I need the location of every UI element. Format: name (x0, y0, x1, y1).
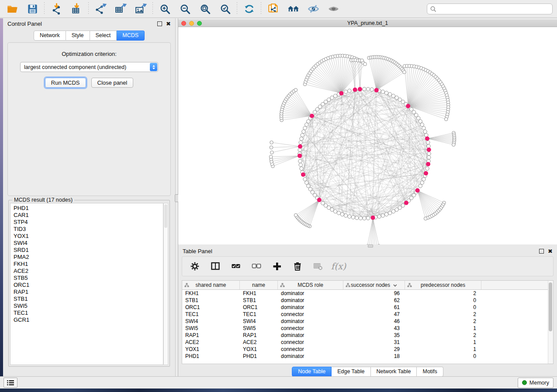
mcds-result-item[interactable]: FKH1 (14, 261, 163, 268)
mcds-network-node[interactable] (415, 188, 420, 193)
close-table-panel-icon[interactable]: ✖ (548, 249, 553, 253)
save-button[interactable] (24, 2, 40, 16)
search-input[interactable] (438, 5, 549, 12)
mcds-list-scrollbar[interactable] (163, 203, 168, 365)
table-row[interactable]: RAP1RAP1dominator352 (182, 332, 553, 339)
table-row[interactable]: SWI5SWI5connector431 (182, 325, 553, 332)
mcds-network-node[interactable] (358, 87, 362, 91)
task-history-button[interactable] (3, 378, 17, 388)
import-table-button[interactable] (69, 2, 84, 16)
mcds-result-item[interactable]: PMA2 (14, 254, 163, 261)
mcds-result-item[interactable]: SRD1 (14, 247, 163, 254)
mcds-result-item[interactable]: SWI5 (14, 303, 163, 309)
close-panel-button[interactable]: Close panel (91, 78, 134, 88)
mcds-result-item[interactable]: YOX1 (14, 233, 163, 240)
tab-select[interactable]: Select (90, 31, 117, 41)
show-graphics-button[interactable] (325, 2, 341, 16)
deselect-all-button[interactable] (250, 260, 263, 273)
gear-button[interactable] (188, 260, 201, 273)
refresh-button[interactable] (241, 2, 257, 16)
table-row[interactable]: PHD1PHD1dominator180 (182, 353, 553, 360)
run-mcds-button[interactable]: Run MCDS (45, 78, 86, 88)
mcds-network-node[interactable] (298, 144, 302, 149)
cell-shared-name: SWI5 (182, 325, 240, 331)
export-table-button[interactable] (113, 2, 128, 16)
mcds-result-item[interactable]: TID3 (14, 226, 163, 233)
hide-graphics-button[interactable] (305, 2, 321, 16)
mcds-result-item[interactable]: STP4 (14, 219, 163, 226)
trash-button[interactable] (291, 260, 304, 273)
mcds-result-item[interactable]: TEC1 (14, 309, 163, 316)
mcds-result-item[interactable]: RAP1 (14, 289, 163, 296)
table-row[interactable]: ACE2ACE2connector311 (182, 339, 553, 346)
column-header-shared-name[interactable]: shared name (182, 281, 240, 289)
export-image-button[interactable] (133, 2, 149, 16)
mcds-network-node[interactable] (427, 148, 431, 152)
duplicate-network-button[interactable] (265, 2, 281, 16)
mcds-result-item[interactable]: ORC1 (14, 282, 163, 289)
mcds-result-item[interactable]: CAR1 (14, 212, 163, 219)
tab-motifs[interactable]: Motifs (417, 367, 443, 377)
mcds-result-item[interactable]: STB1 (14, 296, 163, 303)
float-table-panel-icon[interactable] (539, 249, 544, 254)
mcds-network-node[interactable] (301, 172, 305, 177)
mcds-result-item[interactable]: PHD1 (14, 205, 163, 212)
export-network-button[interactable] (93, 2, 108, 16)
column-header-predecessor-nodes[interactable]: predecessor nodes (405, 281, 481, 289)
mcds-result-item[interactable]: GCR1 (14, 316, 163, 323)
float-panel-icon[interactable] (157, 21, 162, 26)
select-all-button[interactable] (229, 260, 242, 273)
tab-mcds[interactable]: MCDS (117, 31, 145, 41)
table-row[interactable]: STB1STB1dominator620 (182, 297, 553, 304)
mcds-result-list[interactable]: PHD1CAR1STP4TID3YOX1SWI4SRD1PMA2FKH1ACE2… (10, 203, 163, 365)
tab-network-table[interactable]: Network Table (371, 367, 417, 377)
open-folder-button[interactable] (4, 2, 20, 16)
mcds-network-node[interactable] (310, 113, 314, 118)
table-row[interactable]: TEC1TEC1connector472 (182, 311, 553, 318)
tab-network[interactable]: Network (34, 31, 66, 41)
memory-button[interactable]: Memory (518, 378, 554, 388)
mcds-network-node[interactable] (404, 201, 408, 205)
mcds-network-node[interactable] (425, 136, 429, 141)
first-neighbors-icon (287, 3, 299, 15)
first-neighbors-button[interactable] (285, 2, 301, 16)
zoom-out-button[interactable] (177, 2, 193, 16)
table-row[interactable]: SWI4SWI4dominator462 (182, 318, 553, 325)
mcds-result-item[interactable]: ACE2 (14, 268, 163, 275)
cell-name: YOX1 (240, 346, 278, 352)
tree-icon (346, 283, 350, 287)
mcds-network-node[interactable] (317, 198, 322, 202)
zoom-in-button[interactable] (157, 2, 173, 16)
mcds-network-node[interactable] (424, 171, 428, 175)
mcds-network-node[interactable] (298, 154, 302, 158)
import-network-button[interactable] (48, 2, 64, 16)
network-view-canvas[interactable] (178, 27, 557, 244)
mcds-network-node[interactable] (374, 88, 379, 93)
panel-splitter-vertical[interactable] (175, 18, 178, 376)
table-row[interactable]: ORC1ORC1dominator610 (182, 304, 553, 311)
mcds-result-title: MCDS result (17 nodes) (12, 197, 74, 203)
tab-node-table[interactable]: Node Table (292, 367, 332, 377)
tab-edge-table[interactable]: Edge Table (332, 367, 370, 377)
mcds-network-node[interactable] (406, 104, 410, 108)
mcds-network-node[interactable] (426, 162, 430, 166)
add-button[interactable] (270, 260, 284, 273)
table-row[interactable]: YOX1YOX1connector291 (182, 346, 553, 353)
mcds-network-node[interactable] (339, 91, 343, 96)
mcds-network-node[interactable] (371, 216, 375, 220)
table-scrollbar[interactable] (548, 281, 553, 364)
column-pane-button[interactable] (209, 260, 222, 273)
search-box[interactable] (427, 3, 553, 14)
criterion-dropdown[interactable]: largest connected component (undirected) (20, 62, 158, 72)
mcds-result-item[interactable]: STB5 (14, 275, 163, 282)
column-header-MCDS-role[interactable]: MCDS role (278, 281, 343, 289)
zoom-fit-button[interactable] (197, 2, 213, 16)
table-row[interactable]: FKH1FKH1dominator962 (182, 290, 553, 297)
zoom-selected-button[interactable] (217, 2, 233, 16)
column-header-name[interactable]: name (240, 281, 278, 289)
column-header-successor-nodes[interactable]: successor nodes (343, 281, 405, 289)
tab-style[interactable]: Style (66, 31, 90, 41)
close-panel-icon[interactable]: ✖ (166, 22, 171, 26)
mcds-network-node[interactable] (353, 88, 357, 92)
mcds-result-item[interactable]: SWI4 (14, 240, 163, 247)
